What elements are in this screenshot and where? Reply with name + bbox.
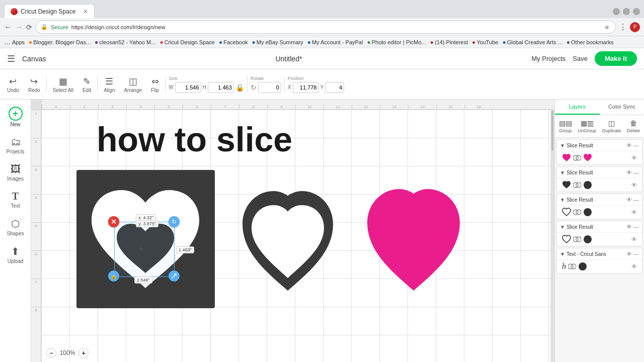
bookmark-paypal[interactable]: ●My Account - PayPal — [307, 39, 363, 46]
scroll-bar-vertical[interactable] — [550, 110, 554, 362]
bookmark-blogger[interactable]: ●Blogger: Blogger Das... — [29, 39, 91, 46]
slice-result-1-eye2[interactable]: 👁 — [631, 155, 637, 161]
forward-button[interactable]: → — [15, 23, 23, 32]
ungroup-button[interactable]: ▦▥ UnGroup — [576, 118, 599, 134]
flip-button[interactable]: ⇔ Flip — [148, 74, 162, 95]
slice-result-3-eye[interactable]: 👁 — [626, 197, 632, 203]
bookmark-pinterest[interactable]: ●(14) Pinterest — [430, 39, 468, 46]
text-layer-circle[interactable] — [578, 262, 587, 271]
slice-result-4-header[interactable]: ▼ Slice Result 👁 ― — [557, 221, 642, 232]
sidebar-item-projects[interactable]: 🗂 Projects — [2, 132, 29, 158]
layer-circle-dark-3[interactable] — [583, 208, 592, 217]
document-title[interactable]: Untitled* — [275, 55, 302, 63]
bookmark-other[interactable]: ●Other bookmarks — [567, 39, 614, 46]
bookmark-yahoo[interactable]: ●cleosan52 - Yahoo M... — [95, 39, 155, 46]
text-layer-intersect[interactable] — [568, 262, 576, 270]
my-projects-button[interactable]: My Projects — [531, 55, 566, 62]
bookmark-cricut[interactable]: ●Cricut Design Space — [159, 39, 215, 46]
slice-result-3-header[interactable]: ▼ Slice Result 👁 ― — [557, 194, 642, 205]
browser-tab[interactable]: Cricut Design Space ✕ — [4, 4, 95, 18]
align-button[interactable]: ☰ Align — [101, 74, 118, 95]
slice-result-2-header[interactable]: ▼ Slice Result 👁 ― — [557, 167, 642, 178]
duplicate-button[interactable]: ◫ Duplicate — [600, 118, 623, 134]
slice-result-2-more[interactable]: ― — [633, 169, 639, 175]
back-button[interactable]: ← — [4, 23, 12, 32]
make-it-button[interactable]: Make It — [595, 51, 637, 66]
bookmark-ebay[interactable]: ●My eBay Summary — [252, 39, 303, 46]
layer-circle-dark-4[interactable] — [583, 235, 592, 244]
extensions-icon[interactable]: ⋮ — [619, 22, 627, 32]
rotate-handle[interactable]: ↻ — [169, 216, 180, 227]
heart-group-1[interactable]: ✕ ↻ 🔒 + x: 4.32" y: 3.875" 1.546" 1.463" — [76, 170, 215, 308]
star-icon[interactable]: ★ — [604, 23, 610, 31]
resize-handle-right[interactable] — [169, 270, 180, 282]
heart-group-2[interactable] — [237, 180, 338, 301]
text-layer-header[interactable]: ▼ Text - Cricut Sans 👁 ― — [557, 248, 642, 259]
select-all-button[interactable]: ▦ Select All — [50, 74, 76, 95]
save-button[interactable]: Save — [573, 55, 588, 62]
slice-result-4-eye2[interactable]: 👁 — [631, 236, 637, 242]
layer-heart-pink[interactable] — [562, 153, 571, 162]
layer-intersect-3[interactable] — [573, 208, 581, 216]
text-layer-eye2[interactable]: 👁 — [631, 263, 637, 269]
zoom-out-button[interactable]: − — [46, 348, 56, 358]
text-layer-letter[interactable]: h — [562, 262, 566, 271]
group-button[interactable]: ▤▤ Group — [557, 118, 574, 134]
height-input[interactable] — [208, 82, 234, 93]
bookmark-facebook[interactable]: ●Facebook — [219, 39, 248, 46]
layer-heart-outline-3[interactable] — [562, 208, 571, 217]
tab-color-sync[interactable]: Color Sync — [600, 100, 645, 115]
y-input[interactable] — [325, 82, 344, 93]
sidebar-item-shapes[interactable]: ⬡ Shapes — [2, 214, 29, 240]
slice-result-3-eye2[interactable]: 👁 — [631, 209, 637, 215]
undo-button[interactable]: ↩ Undo — [4, 74, 22, 95]
x-input[interactable] — [293, 82, 319, 93]
sidebar-item-images[interactable]: 🖼 Images — [2, 159, 29, 186]
layer-intersect-1[interactable] — [573, 154, 581, 162]
bookmark-youtube[interactable]: ●YouTube — [472, 39, 498, 46]
sidebar-item-text[interactable]: T Text — [2, 187, 29, 213]
delete-handle[interactable]: ✕ — [108, 216, 119, 227]
canvas-area[interactable]: 1 2 3 4 5 6 7 8 9 10 11 12 13 14 15 16 1 — [31, 100, 554, 362]
bookmark-picmonkey[interactable]: ●Photo editor | PicMo... — [367, 39, 426, 46]
lock-handle-left[interactable]: 🔒 — [108, 270, 119, 282]
layer-circle-dark-2[interactable] — [583, 180, 592, 190]
sidebar-item-new[interactable]: + New — [2, 103, 29, 131]
lock-proportions-icon[interactable]: 🔒 — [235, 83, 244, 92]
layer-intersect-2[interactable] — [573, 181, 581, 189]
address-bar[interactable]: 🔒 Secure https://design.cricut.com/#/des… — [35, 21, 616, 34]
layer-heart-outline-4[interactable] — [562, 235, 571, 244]
heart-group-3[interactable] — [363, 180, 464, 301]
sidebar-item-upload[interactable]: ⬆ Upload — [2, 241, 29, 268]
arrange-button[interactable]: ◫ Arrange — [121, 74, 145, 95]
close-icon[interactable] — [633, 8, 640, 15]
tab-layers[interactable]: Layers — [555, 100, 600, 115]
zoom-in-button[interactable]: + — [78, 348, 89, 358]
text-layer-more[interactable]: ― — [633, 251, 639, 257]
delete-button[interactable]: 🗑 Delete — [625, 118, 642, 134]
design-title-text[interactable]: how to slice — [97, 120, 292, 159]
text-layer-eye[interactable]: 👁 — [626, 251, 632, 257]
bookmark-global[interactable]: ●Global Creative Arts ... — [502, 39, 562, 46]
layer-heart-dark-1[interactable] — [583, 153, 592, 162]
layer-intersect-4[interactable] — [573, 235, 581, 243]
pinterest-icon[interactable]: P — [630, 22, 640, 32]
rotate-input[interactable] — [258, 82, 281, 93]
hamburger-icon[interactable]: ☰ — [7, 53, 15, 64]
maximize-icon[interactable] — [623, 8, 630, 15]
minimize-icon[interactable] — [613, 8, 620, 15]
apps-bookmark[interactable]: … Apps — [4, 38, 25, 46]
slice-result-2-eye[interactable]: 👁 — [626, 169, 632, 175]
refresh-button[interactable]: ⟳ — [26, 23, 32, 31]
slice-result-1-header[interactable]: ▼ Slice Result 👁 ― — [557, 140, 642, 151]
slice-result-3-more[interactable]: ― — [633, 197, 639, 203]
redo-button[interactable]: ↪ Redo — [25, 74, 43, 95]
slice-result-1-eye[interactable]: 👁 — [626, 142, 632, 148]
slice-result-4-eye[interactable]: 👁 — [626, 224, 632, 230]
edit-button[interactable]: ✎ Edit — [79, 74, 94, 95]
slice-result-4-more[interactable]: ― — [633, 224, 639, 230]
slice-result-2-eye2[interactable]: 👁 — [631, 182, 637, 188]
width-input[interactable] — [175, 82, 201, 93]
tab-close-icon[interactable]: ✕ — [83, 8, 88, 15]
zoom-level[interactable]: 100% — [58, 349, 76, 356]
